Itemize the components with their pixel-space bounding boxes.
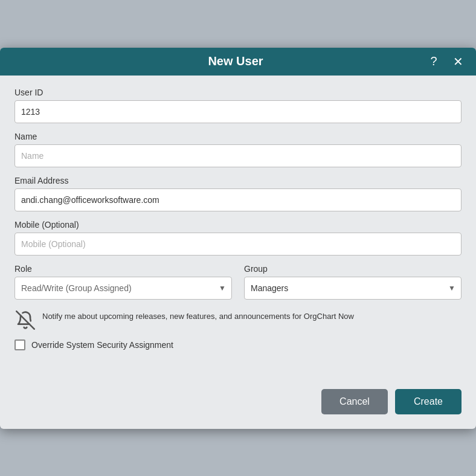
override-row: Override System Security Assignment xyxy=(14,339,462,350)
mobile-group: Mobile (Optional) xyxy=(14,220,462,256)
svg-line-0 xyxy=(16,311,34,329)
dialog-header: New User ? ✕ xyxy=(0,48,476,76)
notification-row: Notify me about upcoming releases, new f… xyxy=(14,309,462,331)
email-group: Email Address xyxy=(14,176,462,211)
user-id-label: User ID xyxy=(14,88,462,97)
group-col: Group Managers All Users Admins ▼ xyxy=(244,264,462,300)
dialog-title: New User xyxy=(46,54,425,68)
notification-text: Notify me about upcoming releases, new f… xyxy=(42,309,354,323)
new-user-dialog: New User ? ✕ User ID Name Email Address xyxy=(0,48,476,429)
dialog-footer: Cancel Create xyxy=(0,383,476,429)
name-label: Name xyxy=(14,132,462,141)
override-checkbox[interactable] xyxy=(14,339,25,350)
mobile-label: Mobile (Optional) xyxy=(14,220,462,230)
role-col: Role Read/Write (Group Assigned) Read On… xyxy=(14,264,232,300)
user-id-group: User ID xyxy=(14,88,462,123)
cancel-button[interactable]: Cancel xyxy=(321,389,388,414)
help-icon: ? xyxy=(430,54,437,68)
override-label: Override System Security Assignment xyxy=(31,340,173,350)
name-input[interactable] xyxy=(14,144,462,167)
mobile-input[interactable] xyxy=(14,233,462,256)
group-label: Group xyxy=(244,264,462,274)
group-select-wrapper: Managers All Users Admins ▼ xyxy=(244,277,462,300)
name-group: Name xyxy=(14,132,462,167)
email-input[interactable] xyxy=(14,188,462,211)
role-select[interactable]: Read/Write (Group Assigned) Read Only Ad… xyxy=(14,277,232,300)
email-label: Email Address xyxy=(14,176,462,185)
group-select[interactable]: Managers All Users Admins xyxy=(244,277,462,300)
help-button[interactable]: ? xyxy=(425,53,442,70)
close-icon: ✕ xyxy=(453,54,463,69)
bell-slash-icon xyxy=(14,309,36,331)
dialog-body: User ID Name Email Address Mobile (Optio… xyxy=(0,76,476,383)
user-id-input[interactable] xyxy=(14,100,462,123)
role-label: Role xyxy=(14,264,232,274)
close-button[interactable]: ✕ xyxy=(449,53,466,70)
header-icons: ? ✕ xyxy=(425,53,466,70)
role-select-wrapper: Read/Write (Group Assigned) Read Only Ad… xyxy=(14,277,232,300)
role-group-row: Role Read/Write (Group Assigned) Read On… xyxy=(14,264,462,300)
create-button[interactable]: Create xyxy=(395,389,462,414)
